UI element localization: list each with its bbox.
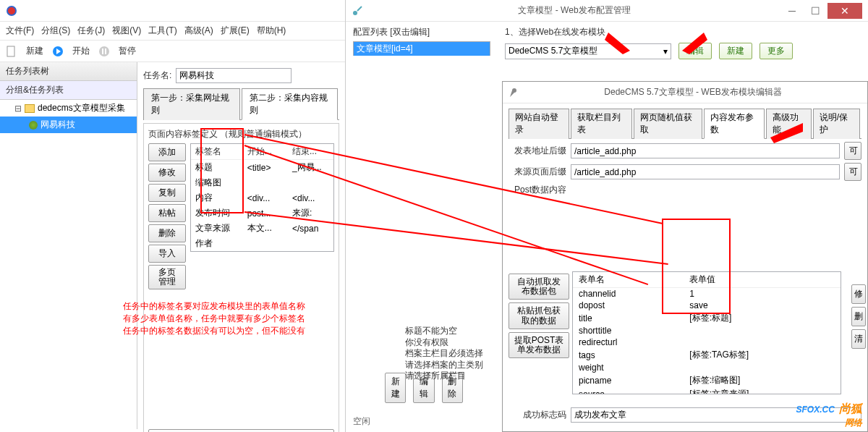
step1-label: 1、选择Web在线发布模块 [505, 26, 861, 38]
tree-leaf-label: 网易科技 [41, 119, 75, 131]
btn-edit[interactable]: 修改 [148, 164, 186, 182]
table-row[interactable]: shorttitle [573, 325, 841, 336]
toolbar-start[interactable]: 开始 [68, 43, 94, 59]
menu-advanced[interactable]: 高级(A) [184, 25, 213, 37]
btn-auto-capture[interactable]: 自动抓取发 布数据包 [509, 274, 569, 300]
panel-subtitle: 分组&任务列表 [0, 81, 137, 100]
btn-right-del[interactable]: 删 [851, 307, 866, 326]
main-app-window: 文件(F) 分组(S) 任务(J) 视图(V) 工具(T) 高级(A) 扩展(E… [0, 0, 345, 432]
menu-view[interactable]: 视图(V) [112, 25, 141, 37]
tag-buttons: 添加 修改 复制 粘帖 删除 导入 多页 管理 [148, 143, 186, 289]
table-row[interactable]: 缩略图 [191, 175, 333, 190]
svg-rect-6 [105, 48, 106, 54]
table-header-row: 标签名 开始... 结束... [191, 144, 333, 160]
close-button[interactable]: ✕ [827, 3, 862, 19]
btn-delete[interactable]: 删除 [148, 224, 186, 242]
panel-title: 任务列表树 [0, 62, 137, 81]
th-start: 开始... [243, 144, 288, 160]
watermark-logo: SFOX.CC 尚狐 网络 [796, 398, 862, 429]
table-row[interactable]: tags[标签:TAG标签] [573, 348, 841, 362]
menu-help[interactable]: 帮助(H) [257, 25, 286, 37]
table-row[interactable]: 作者 [191, 236, 333, 251]
btn-addr-ok[interactable]: 可 [844, 142, 861, 160]
form-table-header: 表单名表单值 [573, 272, 841, 288]
list-item[interactable]: 文章模型[id=4] [354, 42, 490, 56]
btn-switch-mode[interactable]: 切换到无限级多页规则编辑模式 [148, 429, 334, 432]
satellite-icon [352, 5, 363, 17]
task-name-input[interactable] [176, 68, 292, 83]
table-row[interactable]: 内容<div...<div... [191, 190, 333, 206]
minimize-button[interactable]: ─ [781, 3, 803, 19]
btn-edit-module[interactable]: 编辑 [678, 43, 712, 59]
toolbar-pause[interactable]: 暂停 [114, 43, 140, 59]
tab-publish-params[interactable]: 内容发布参数 [704, 109, 765, 139]
tab-step1[interactable]: 第一步：采集网址规则 [143, 88, 240, 120]
toolbar-new[interactable]: 新建 [22, 43, 48, 59]
th-end: 结束... [288, 144, 333, 160]
menu-group[interactable]: 分组(S) [41, 25, 70, 37]
svg-rect-5 [102, 48, 103, 54]
btn-multipage[interactable]: 多页 管理 [148, 265, 186, 289]
success-label: 成功标志码 [509, 409, 566, 421]
task-name-label: 任务名: [143, 69, 171, 82]
table-row[interactable]: 发布时间post...来源: [191, 206, 333, 221]
menu-file[interactable]: 文件(F) [6, 25, 34, 37]
editor-titlebar: DedeCMS 5.7文章模型 - WEB发布模块编辑器 [503, 82, 867, 103]
table-row[interactable]: 文章来源本文...</span [191, 221, 333, 236]
tag-table[interactable]: 标签名 开始... 结束... 标题<title>_网易... 缩略图 内容<d… [190, 143, 334, 252]
src-input[interactable] [571, 164, 840, 179]
task-edit-panel: 任务名: 第一步：采集网址规则 第二步：采集内容规则 页面内容标签定义 （规则普… [137, 62, 345, 429]
editor-tabs: 网站自动登录 获取栏目列表 网页随机值获取 内容发布参数 高级功能 说明/保护 [509, 108, 861, 139]
status-idle: 空闲 [353, 415, 370, 428]
step-tabs: 第一步：采集网址规则 第二步：采集内容规则 [143, 88, 339, 120]
config-title: 文章模型 - Web发布配置管理 [367, 4, 781, 17]
group-title: 页面内容标签定义 （规则普通编辑模式） [148, 128, 334, 140]
maximize-button[interactable]: ☐ [804, 3, 826, 19]
tab-step2[interactable]: 第二步：采集内容规则 [242, 88, 339, 120]
app-icon [6, 5, 17, 17]
table-row[interactable]: 标题<title>_网易... [191, 160, 333, 176]
btn-right-clear[interactable]: 清 [851, 329, 866, 349]
btn-new2[interactable]: 新建 [385, 373, 406, 403]
btn-paste[interactable]: 粘帖 [148, 204, 186, 222]
tab-columns[interactable]: 获取栏目列表 [571, 109, 631, 139]
tree-leaf-item[interactable]: 网易科技 [0, 117, 137, 133]
menu-tools[interactable]: 工具(T) [148, 25, 176, 37]
tab-advanced[interactable]: 高级功能 [766, 109, 811, 139]
app-titlebar [0, 0, 345, 22]
module-select[interactable]: DedeCMS 5.7文章模型 ▾ [505, 43, 671, 59]
addr-input[interactable] [571, 143, 840, 158]
menu-task[interactable]: 任务(J) [77, 25, 105, 37]
tree-root-item[interactable]: ⊟ dedecms文章模型采集 [0, 100, 137, 117]
table-row[interactable]: weight [573, 362, 841, 373]
btn-more-module[interactable]: 更多 [760, 43, 793, 59]
svg-point-0 [7, 7, 16, 15]
btn-new-module[interactable]: 新建 [719, 43, 752, 59]
table-row[interactable]: picname[标签:缩略图] [573, 373, 841, 387]
tab-random[interactable]: 网页随机值获取 [634, 109, 702, 139]
table-row[interactable]: dopostsave [573, 300, 841, 311]
tab-info[interactable]: 说明/保护 [813, 109, 860, 139]
config-listbox[interactable]: 文章模型[id=4] [353, 41, 490, 56]
tab-autologin[interactable]: 网站自动登录 [509, 109, 569, 139]
table-row[interactable]: channelid1 [573, 288, 841, 300]
doc-icon [6, 46, 17, 57]
post-form-table[interactable]: 表单名表单值 channelid1 dopostsave title[标签:标题… [572, 271, 841, 394]
module-editor-window: DedeCMS 5.7文章模型 - WEB发布模块编辑器 网站自动登录 获取栏目… [502, 81, 868, 432]
btn-src-ok[interactable]: 可 [844, 163, 861, 181]
btn-copy[interactable]: 复制 [148, 184, 186, 202]
svg-point-7 [353, 11, 357, 15]
svg-point-4 [99, 46, 109, 56]
table-row[interactable]: redirecturl [573, 336, 841, 348]
menu-ext[interactable]: 扩展(E) [221, 25, 250, 37]
table-row[interactable]: source[标签:文章来源] [573, 387, 841, 394]
btn-add[interactable]: 添加 [148, 143, 186, 161]
toolbar: 新建 开始 暂停 [0, 41, 345, 62]
table-row[interactable]: TAG标签name..."/> [191, 251, 333, 252]
btn-right-edit[interactable]: 修 [851, 284, 866, 304]
post-side-buttons: 自动抓取发 布数据包 粘贴抓包获 取的数据 提取POST表 单发布数据 [509, 274, 569, 358]
table-row[interactable]: title[标签:标题] [573, 311, 841, 325]
btn-paste-capture[interactable]: 粘贴抓包获 取的数据 [509, 302, 569, 329]
btn-extract-post[interactable]: 提取POST表 单发布数据 [509, 332, 569, 358]
btn-import[interactable]: 导入 [148, 245, 186, 263]
